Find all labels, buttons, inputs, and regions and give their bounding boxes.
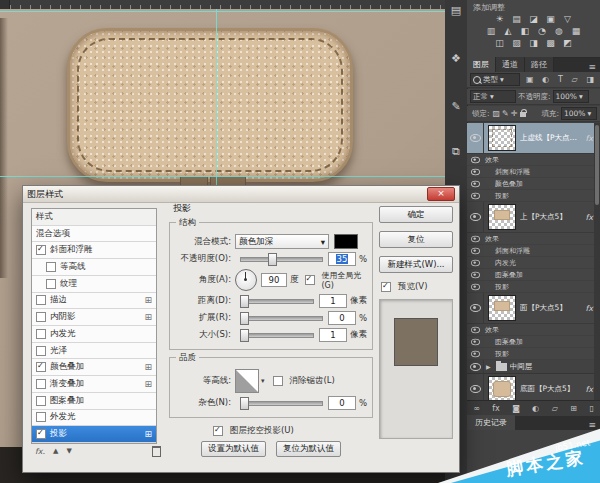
visibility-eye-icon[interactable] xyxy=(470,213,481,221)
shadow-color-swatch[interactable] xyxy=(334,234,358,249)
layer-blend-select[interactable]: 正常 ▾ xyxy=(470,90,516,103)
style-checkbox[interactable] xyxy=(46,262,56,272)
fx-icon[interactable]: fx. xyxy=(35,447,45,456)
style-list-item[interactable]: 内阴影⊞ xyxy=(32,309,156,326)
styles-panel-icon[interactable]: ❖ xyxy=(445,52,467,65)
tab-通道[interactable]: 通道 xyxy=(496,57,525,72)
style-checkbox[interactable] xyxy=(36,346,46,356)
new-layer-icon[interactable]: ⊞ xyxy=(570,404,577,413)
photo-filter-icon[interactable]: ◔ xyxy=(536,26,549,37)
style-list-item[interactable]: 斜面和浮雕 xyxy=(32,242,156,259)
style-checkbox[interactable] xyxy=(36,245,46,255)
new-style-button[interactable]: 新建样式(W)... xyxy=(379,256,453,273)
style-list-item[interactable]: 光泽 xyxy=(32,343,156,360)
vibrance-icon[interactable]: ▽ xyxy=(561,14,574,25)
set-default-button[interactable]: 设置为默认值 xyxy=(201,441,266,457)
visibility-eye-icon[interactable] xyxy=(470,363,481,371)
add-effect-instance-icon[interactable]: ⊞ xyxy=(144,379,152,389)
visibility-eye-icon[interactable] xyxy=(471,259,480,265)
style-list-item[interactable]: 外发光 xyxy=(32,410,156,427)
threshold-icon[interactable]: ◨ xyxy=(527,38,540,49)
new-adjustment-layer-icon[interactable]: ◐ xyxy=(532,404,539,413)
style-checkbox[interactable] xyxy=(36,295,46,305)
style-list-item[interactable]: 图案叠加 xyxy=(32,393,156,410)
selective-color-icon[interactable]: ◩ xyxy=(561,38,574,49)
expand-group-icon[interactable]: ▶ xyxy=(486,363,491,370)
knockout-checkbox[interactable] xyxy=(213,426,223,436)
effects-header-row[interactable]: 效果 xyxy=(467,324,600,336)
type-filter-icon[interactable]: T xyxy=(558,75,563,84)
visibility-eye-icon[interactable] xyxy=(471,168,480,174)
visibility-eye-icon[interactable] xyxy=(471,338,480,344)
lock-all-icon[interactable] xyxy=(520,112,526,117)
style-checkbox[interactable] xyxy=(36,329,46,339)
visibility-eye-icon[interactable] xyxy=(471,271,480,277)
link-layers-icon[interactable]: ∞ xyxy=(473,404,480,413)
effects-header-row[interactable]: 效果 xyxy=(467,154,600,166)
effect-row[interactable]: 投影 xyxy=(467,190,600,202)
distance-slider[interactable] xyxy=(240,299,314,304)
visibility-eye-icon[interactable] xyxy=(471,235,480,241)
visibility-eye-icon[interactable] xyxy=(471,283,480,289)
guide-horizontal-bottom[interactable] xyxy=(0,176,445,177)
style-list-item[interactable]: 样式 xyxy=(32,209,156,226)
panel-menu-icon[interactable]: ≡ xyxy=(584,62,600,72)
add-effect-instance-icon[interactable]: ⊞ xyxy=(144,429,152,439)
size-input[interactable]: 1 xyxy=(319,328,347,342)
visibility-eye-icon[interactable] xyxy=(471,192,480,198)
add-effect-instance-icon[interactable]: ⊞ xyxy=(144,312,152,322)
effect-row[interactable]: 颜色叠加 xyxy=(467,178,600,190)
visibility-eye-icon[interactable] xyxy=(471,247,480,253)
lock-transparent-icon[interactable]: ▨ xyxy=(493,109,501,118)
fill-select[interactable]: 100% ▾ xyxy=(561,107,597,120)
lock-pixels-icon[interactable]: ✎ xyxy=(502,109,509,118)
brush-panel-icon[interactable]: ✎ xyxy=(445,100,467,113)
dialog-titlebar[interactable]: 图层样式 × xyxy=(23,186,459,203)
contour-picker[interactable] xyxy=(235,369,259,393)
channel-mixer-icon[interactable]: ◍ xyxy=(553,26,566,37)
reset-button[interactable]: 复位 xyxy=(379,231,453,248)
layer-group-row[interactable]: ▶中间层 xyxy=(467,360,600,374)
layer-row[interactable]: 底面【P大点5】fx▴ xyxy=(467,374,600,400)
effect-row[interactable]: 投影 xyxy=(467,281,600,293)
style-checkbox[interactable] xyxy=(46,279,56,289)
add-layer-mask-icon[interactable]: ◙ xyxy=(512,404,520,413)
brightness-contrast-icon[interactable]: ☀ xyxy=(493,14,506,25)
tab-路径[interactable]: 路径 xyxy=(525,57,554,72)
exposure-icon[interactable]: ▣ xyxy=(544,14,557,25)
size-slider[interactable] xyxy=(240,333,314,338)
visibility-eye-icon[interactable] xyxy=(470,134,481,142)
style-checkbox[interactable] xyxy=(36,362,46,372)
smartobject-filter-icon[interactable]: ◨ xyxy=(587,75,595,84)
color-balance-icon[interactable]: ◭ xyxy=(502,26,515,37)
move-up-icon[interactable]: ▲ xyxy=(53,447,58,455)
clone-source-panel-icon[interactable]: ⧉ xyxy=(445,145,467,158)
reset-default-button[interactable]: 复位为默认值 xyxy=(276,441,341,457)
layer-row[interactable]: 上【P大点5】fx▴ xyxy=(467,202,600,233)
style-list-item[interactable]: 纹理 xyxy=(32,276,156,293)
angle-input[interactable]: 90 xyxy=(261,273,287,287)
opacity-slider[interactable] xyxy=(240,257,323,262)
effect-row[interactable]: 斜面和浮雕 xyxy=(467,245,600,257)
add-effect-instance-icon[interactable]: ⊞ xyxy=(144,362,152,372)
style-list-item[interactable]: 渐变叠加⊞ xyxy=(32,376,156,393)
layer-row[interactable]: 上虚线【P大点…fx▴ xyxy=(467,123,600,154)
posterize-icon[interactable]: ▨ xyxy=(510,38,523,49)
tab-图层[interactable]: 图层 xyxy=(467,57,496,72)
style-list-item[interactable]: 混合选项 xyxy=(32,226,156,243)
contour-caret-icon[interactable]: ▾ xyxy=(261,377,265,385)
layer-thumbnail[interactable] xyxy=(488,125,516,151)
new-group-icon[interactable]: ▱ xyxy=(552,404,558,413)
close-icon[interactable]: × xyxy=(427,187,455,201)
move-down-icon[interactable]: ▼ xyxy=(66,447,71,455)
levels-icon[interactable]: ▤ xyxy=(510,14,523,25)
effect-row[interactable]: 斜面和浮雕 xyxy=(467,166,600,178)
visibility-eye-icon[interactable] xyxy=(471,180,480,186)
style-list-item[interactable]: 等高线 xyxy=(32,259,156,276)
layers-scrollbar[interactable] xyxy=(594,123,600,400)
visibility-eye-icon[interactable] xyxy=(471,156,480,162)
layer-thumbnail[interactable] xyxy=(488,376,516,400)
effect-row[interactable]: 图案叠加 xyxy=(467,336,600,348)
antialias-checkbox[interactable] xyxy=(273,376,283,386)
ok-button[interactable]: 确定 xyxy=(379,206,453,223)
